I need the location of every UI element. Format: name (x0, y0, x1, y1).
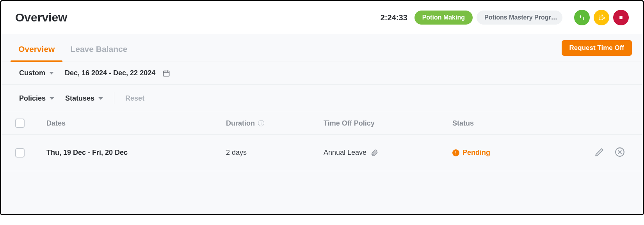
cell-duration: 2 days (226, 149, 324, 157)
attachment-icon[interactable] (370, 149, 378, 157)
select-all-checkbox[interactable] (15, 119, 25, 128)
date-range-picker[interactable]: Dec, 16 2024 - Dec, 22 2024 (65, 69, 170, 77)
pencil-icon (594, 147, 605, 157)
page-title: Overview (15, 11, 67, 24)
break-button[interactable] (594, 10, 609, 25)
tab-leave-balance[interactable]: Leave Balance (62, 34, 135, 62)
cancel-button[interactable] (613, 145, 626, 160)
th-policy: Time Off Policy (324, 119, 452, 128)
warning-icon: ! (452, 149, 459, 156)
cell-policy: Annual Leave (324, 149, 452, 157)
request-time-off-button[interactable]: Request Time Off (562, 40, 632, 56)
stop-icon (617, 14, 624, 21)
close-circle-icon (615, 147, 625, 157)
th-dates: Dates (46, 119, 226, 128)
cell-status: ! Pending (452, 149, 554, 157)
th-duration: Duration i (226, 119, 324, 128)
edit-button[interactable] (593, 145, 606, 160)
th-status: Status (452, 119, 554, 128)
calendar-icon (162, 69, 170, 77)
coffee-icon (598, 14, 605, 21)
table-header: Dates Duration i Time Off Policy Status (1, 112, 643, 135)
tab-overview[interactable]: Overview (11, 34, 62, 62)
statuses-filter[interactable]: Statuses (65, 94, 103, 103)
chevron-down-icon (49, 72, 54, 74)
svg-rect-0 (619, 16, 623, 19)
task-pill[interactable]: Potion Making (415, 11, 473, 25)
reset-filters[interactable]: Reset (125, 94, 144, 103)
row-checkbox[interactable] (15, 148, 25, 158)
project-pill[interactable]: Potions Mastery Progr… (477, 11, 562, 25)
table-row: Thu, 19 Dec - Fri, 20 Dec 2 days Annual … (1, 135, 643, 171)
divider (114, 92, 114, 104)
timer-display: 2:24:33 (381, 13, 407, 22)
cell-dates: Thu, 19 Dec - Fri, 20 Dec (46, 149, 226, 157)
svg-rect-1 (164, 71, 169, 76)
info-icon[interactable]: i (258, 120, 264, 126)
statuses-label: Statuses (65, 94, 94, 103)
chevron-down-icon (50, 97, 54, 100)
date-mode-dropdown[interactable]: Custom (19, 69, 54, 77)
chevron-down-icon (98, 97, 103, 100)
policies-label: Policies (19, 94, 46, 103)
policies-filter[interactable]: Policies (19, 94, 54, 103)
date-range-label: Dec, 16 2024 - Dec, 22 2024 (65, 69, 155, 77)
date-mode-label: Custom (19, 69, 45, 77)
stop-button[interactable] (613, 10, 629, 25)
swap-button[interactable] (574, 10, 590, 25)
swap-icon (578, 14, 585, 21)
